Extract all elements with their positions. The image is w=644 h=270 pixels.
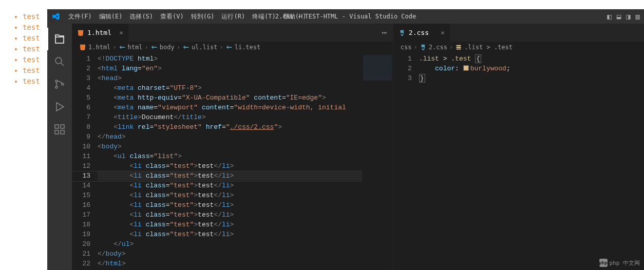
breadcrumb-segment[interactable]: 1.html <box>88 44 110 51</box>
breadcrumb-segment[interactable]: 2.css <box>429 44 447 51</box>
list-item: test <box>23 45 47 53</box>
list-item: test <box>23 55 47 64</box>
code-line[interactable]: <li class="test">test</li> <box>98 200 393 210</box>
minimap[interactable] <box>362 53 393 270</box>
search-icon[interactable] <box>47 50 72 73</box>
breadcrumb-segment[interactable]: body <box>160 44 175 51</box>
menu-item[interactable]: 编辑(E) <box>96 9 126 24</box>
list-item: test <box>23 23 47 31</box>
list-item: test <box>23 34 47 42</box>
editor-group-right: 2.css × css›2.css›.list > .test 123 .lis… <box>393 24 644 270</box>
watermark: php php 中文网 <box>599 259 640 267</box>
code-line[interactable]: <meta http-equiv="X-UA-Compatible" conte… <box>98 93 393 103</box>
activity-bar <box>47 24 72 270</box>
menu-item[interactable]: 运行(R) <box>218 9 249 24</box>
code-line[interactable]: <!DOCTYPE html> <box>98 54 393 64</box>
editor-groups: 1.html × ⋯ 1.html›html›body›ul.list›li.t… <box>72 24 644 270</box>
code-line[interactable]: <meta charset="UTF-8"> <box>98 83 393 93</box>
code-line[interactable]: <body> <box>98 142 393 151</box>
html-icon <box>77 29 84 36</box>
tab-label: 2.css <box>409 29 429 36</box>
vscode-logo-icon <box>47 12 65 21</box>
tab-1html[interactable]: 1.html × <box>72 24 128 42</box>
list-item: test <box>23 66 47 74</box>
breadcrumb-right[interactable]: css›2.css›.list > .test <box>393 42 644 53</box>
list-item: test <box>23 77 47 85</box>
list-item: test <box>23 12 47 21</box>
source-control-icon[interactable] <box>47 73 72 95</box>
code-line[interactable]: <li class="test">test</li> <box>98 171 393 181</box>
code-line[interactable]: </html> <box>98 259 393 268</box>
svg-point-2 <box>55 86 58 88</box>
breadcrumb-segment[interactable]: .list > .test <box>464 44 513 51</box>
code-line[interactable]: <html lang="en"> <box>98 64 393 73</box>
panel-right-icon[interactable]: ◨ <box>626 12 630 21</box>
svg-rect-6 <box>55 130 59 134</box>
menu-item[interactable]: 选择(S) <box>126 9 157 24</box>
close-icon[interactable]: × <box>441 29 445 36</box>
window-title: 2.css - TEST-HTML - Visual Studio Code <box>275 13 416 20</box>
panel-left-icon[interactable]: ◧ <box>607 12 611 21</box>
vscode-window: 文件(F)编辑(E)选择(S)查看(V)转到(G)运行(R)终端(T)帮助(H)… <box>47 9 644 270</box>
watermark-text: php 中文网 <box>610 259 640 267</box>
breadcrumb-left[interactable]: 1.html›html›body›ul.list›li.test <box>72 42 393 53</box>
css-icon <box>399 29 406 36</box>
explorer-icon[interactable] <box>47 28 72 50</box>
code-line[interactable]: .list > .test { <box>419 54 644 64</box>
code-line[interactable]: </head> <box>98 132 393 142</box>
breadcrumb-icon <box>420 44 427 51</box>
code-line[interactable]: <li class="test">test</li> <box>98 220 393 229</box>
breadcrumb-segment[interactable]: html <box>128 44 143 51</box>
code-area-left[interactable]: 12345678910111213141516171819202122 <!DO… <box>72 53 393 270</box>
code-line[interactable]: <li class="test">test</li> <box>98 161 393 171</box>
code-line[interactable]: <li class="test">test</li> <box>98 210 393 220</box>
menu-item[interactable]: 转到(G) <box>187 9 218 24</box>
code-line[interactable]: <li class="test">test</li> <box>98 190 393 200</box>
code-lines[interactable]: <!DOCTYPE html><html lang="en"><head> <m… <box>98 53 393 270</box>
svg-point-1 <box>55 80 58 82</box>
code-line[interactable]: <link rel="stylesheet" href="./css/2.css… <box>98 122 393 132</box>
svg-rect-7 <box>61 130 64 134</box>
breadcrumb-icon <box>225 44 233 51</box>
tabs-row-right: 2.css × <box>393 24 644 42</box>
code-area-right[interactable]: 123 .list > .test { color: burlywood;} <box>393 53 644 270</box>
breadcrumb-icon <box>150 44 158 51</box>
breadcrumb-icon <box>455 44 462 51</box>
gutter: 123 <box>393 53 419 270</box>
svg-rect-5 <box>61 125 64 128</box>
preview-list: testtesttesttesttesttesttest <box>16 12 47 85</box>
code-line[interactable]: <meta name="viewport" content="width=dev… <box>98 103 393 112</box>
close-icon[interactable]: × <box>119 29 123 36</box>
layout-menu-icon[interactable]: ▥ <box>636 12 640 21</box>
menu-item[interactable]: 文件(F) <box>65 9 96 24</box>
run-debug-icon[interactable] <box>47 95 72 118</box>
code-line[interactable]: <li class="test">test</li> <box>98 229 393 239</box>
breadcrumb-segment[interactable]: ul.list <box>192 44 218 51</box>
code-line[interactable]: <li class="test">test</li> <box>98 181 393 190</box>
breadcrumb-icon <box>79 44 86 51</box>
svg-point-0 <box>55 57 62 64</box>
tabs-row-left: 1.html × ⋯ <box>72 24 393 42</box>
gutter: 12345678910111213141516171819202122 <box>72 53 98 270</box>
breadcrumb-icon <box>119 44 126 51</box>
code-line[interactable]: <ul class="list"> <box>98 151 393 161</box>
code-lines[interactable]: .list > .test { color: burlywood;} <box>419 53 644 270</box>
more-actions-icon[interactable]: ⋯ <box>382 28 387 37</box>
code-line[interactable]: color: burlywood; <box>419 64 644 73</box>
svg-rect-4 <box>55 125 59 128</box>
code-line[interactable]: <head> <box>98 73 393 83</box>
menu-item[interactable]: 查看(V) <box>157 9 187 24</box>
breadcrumb-segment[interactable]: li.test <box>235 44 261 51</box>
extensions-icon[interactable] <box>47 118 72 141</box>
title-bar: 文件(F)编辑(E)选择(S)查看(V)转到(G)运行(R)终端(T)帮助(H)… <box>47 9 644 24</box>
layout-controls: ◧ ⬓ ◨ ▥ <box>607 12 640 21</box>
code-line[interactable]: </body> <box>98 249 393 259</box>
browser-preview: testtesttesttesttesttesttest <box>0 0 47 270</box>
code-line[interactable]: <title>Document</title> <box>98 112 393 122</box>
panel-bottom-icon[interactable]: ⬓ <box>617 12 621 21</box>
code-line[interactable]: } <box>419 73 644 83</box>
menu-bar: 文件(F)编辑(E)选择(S)查看(V)转到(G)运行(R)终端(T)帮助(H) <box>65 9 310 24</box>
tab-2css[interactable]: 2.css × <box>393 24 450 42</box>
code-line[interactable]: </ul> <box>98 239 393 249</box>
breadcrumb-segment[interactable]: css <box>401 44 412 51</box>
